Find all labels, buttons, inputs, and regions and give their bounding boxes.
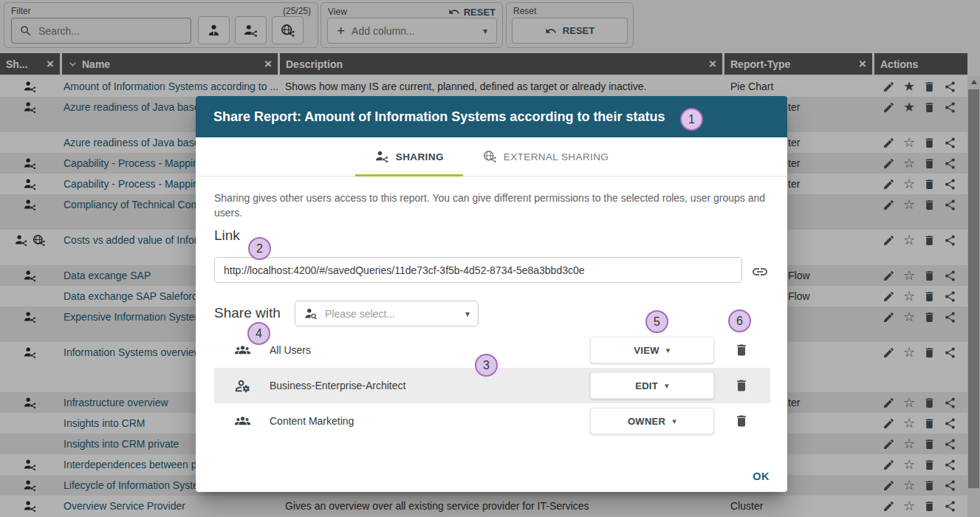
annotation-badge-5: 5 — [645, 310, 668, 333]
permission-dropdown[interactable]: VIEW▾ — [590, 337, 714, 363]
share-entry-row: Content MarketingOWNER▾ — [214, 403, 770, 439]
dialog-title: Share Report: Amount of Information Syst… — [213, 109, 665, 125]
screen: Filter (25/25) View RES — [0, 0, 980, 517]
group-icon — [234, 413, 251, 430]
chevron-down-icon: ▾ — [666, 346, 671, 355]
annotation-badge-2: 2 — [248, 237, 271, 260]
share-link-input[interactable] — [214, 257, 742, 283]
annotation-badge-1: 1 — [680, 108, 703, 131]
tab-external-sharing-label: EXTERNAL SHARING — [504, 151, 609, 162]
chevron-down-icon: ▾ — [465, 309, 470, 319]
permission-dropdown[interactable]: OWNER▾ — [590, 408, 714, 434]
chevron-down-icon: ▾ — [665, 381, 669, 391]
share-entry-name: All Users — [270, 332, 311, 368]
person-search-icon — [304, 307, 318, 321]
annotation-badge-4: 4 — [247, 322, 270, 345]
copy-link-icon[interactable] — [751, 263, 769, 281]
ok-button[interactable]: OK — [753, 470, 770, 482]
person-share-icon — [374, 149, 389, 164]
share-entry-name: Content Marketing — [270, 403, 354, 439]
share-permission-list: All UsersVIEW▾Business-Enterprise-Archit… — [214, 332, 770, 439]
chevron-down-icon: ▾ — [672, 417, 676, 426]
tab-sharing[interactable]: SHARING — [355, 137, 463, 176]
share-with-label: Share with — [214, 305, 281, 321]
remove-share-button[interactable] — [734, 342, 749, 358]
remove-share-button[interactable] — [734, 377, 749, 394]
link-section-label: Link — [214, 227, 240, 244]
share-with-select[interactable]: Please select... ▾ — [295, 301, 479, 326]
group-icon — [234, 342, 251, 359]
person-gear-icon — [234, 377, 251, 394]
tab-external-sharing[interactable]: EXTERNAL SHARING — [463, 137, 628, 176]
sharing-description: Sharing gives other users access to this… — [214, 191, 770, 220]
share-with-placeholder: Please select... — [325, 308, 395, 320]
remove-share-button[interactable] — [734, 413, 749, 429]
globe-share-icon — [482, 149, 497, 164]
share-report-dialog: Share Report: Amount of Information Syst… — [196, 96, 787, 492]
annotation-badge-6: 6 — [728, 309, 751, 332]
tab-sharing-label: SHARING — [396, 151, 444, 162]
dialog-tabs: SHARING EXTERNAL SHARING — [196, 137, 787, 177]
permission-dropdown[interactable]: EDIT▾ — [590, 372, 714, 399]
annotation-badge-3: 3 — [475, 354, 498, 377]
share-entry-name: Business-Enterprise-Architect — [270, 368, 405, 403]
